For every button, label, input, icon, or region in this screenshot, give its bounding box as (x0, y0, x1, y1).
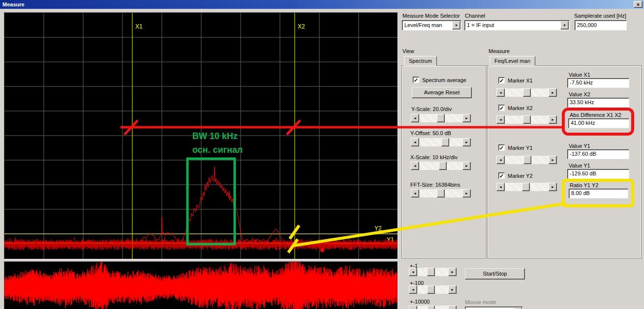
tab-freq-level-man[interactable]: Feq/Level man (490, 56, 535, 66)
step-10000-slider[interactable]: ◄► (409, 306, 457, 309)
spectrum-average-label: Spectrum average (422, 77, 466, 83)
scroll-track[interactable] (417, 285, 448, 294)
value-y2-field[interactable]: -129.60 dB (567, 169, 629, 179)
fft-size-label: FFT-Size: 16384bins (410, 182, 460, 188)
samplerate-field[interactable]: 250,000 (575, 20, 627, 30)
marker-y2-slider[interactable]: ◄► (496, 183, 557, 191)
x-scale-slider[interactable]: ◄► (411, 162, 471, 170)
scroll-track[interactable] (505, 88, 549, 97)
scroll-right-arrow[interactable]: ► (462, 162, 471, 170)
scroll-right-arrow[interactable]: ► (462, 138, 471, 146)
marker-x2-checkbox[interactable]: ✓ (498, 105, 505, 111)
value-x1-label: Value X1 (569, 72, 590, 78)
tab-spectrum[interactable]: Spectrum (404, 56, 437, 66)
scroll-right-arrow[interactable]: ► (549, 156, 557, 164)
scroll-right-arrow[interactable]: ► (462, 114, 471, 122)
scroll-right-arrow[interactable]: ► (549, 115, 557, 124)
fft-size-slider[interactable]: ◄► (411, 189, 471, 197)
scroll-track[interactable] (417, 268, 448, 276)
scroll-track[interactable] (417, 306, 448, 309)
ratio-y1-y2-field[interactable]: 8.00 dB (569, 189, 628, 198)
marker-y1-checkbox[interactable]: ✓ (498, 144, 505, 151)
spectrum-display[interactable]: X1X2Y2Y1BW 10 kHzосн. сигнал (4, 12, 398, 259)
start-stop-button[interactable]: Start/Stop (465, 268, 525, 280)
scroll-thumb[interactable] (522, 183, 530, 191)
scroll-thumb[interactable] (427, 285, 435, 294)
scroll-track[interactable] (505, 156, 549, 164)
scroll-left-arrow[interactable]: ◄ (496, 183, 505, 191)
step-1-slider[interactable]: ◄► (409, 268, 457, 276)
scroll-track[interactable] (419, 114, 462, 122)
value-x2-field[interactable]: 33.50 kHz (567, 98, 629, 108)
samplerate-label: Samplerate used [Hz] (574, 13, 626, 19)
y-scale-slider[interactable]: ◄► (411, 114, 471, 122)
marker-x2-label: Marker X2 (508, 105, 533, 111)
marker-x1-label: Marker X1 (508, 78, 533, 84)
ratio-y1-y2-label: Ratio Y1 Y2 (570, 182, 598, 188)
scroll-right-arrow[interactable]: ► (462, 189, 471, 197)
scroll-left-arrow[interactable]: ◄ (411, 189, 419, 197)
step-100-slider[interactable]: ◄► (409, 285, 457, 294)
scroll-thumb[interactable] (427, 268, 435, 276)
mouse-mode-select[interactable]: ▼ (465, 307, 523, 309)
measure-mode-select[interactable]: Level/Freq man ▼ (402, 20, 461, 30)
marker-x2-slider[interactable]: ◄► (496, 115, 557, 124)
scroll-thumb[interactable] (427, 306, 435, 309)
abs-difference-label: Abs Difference X1 X2 (570, 112, 621, 118)
scroll-track[interactable] (505, 115, 549, 124)
scroll-thumb[interactable] (523, 156, 531, 164)
measure-panel-label: Measure (489, 48, 510, 54)
scroll-left-arrow[interactable]: ◄ (411, 114, 419, 122)
scroll-left-arrow[interactable]: ◄ (496, 115, 505, 124)
scroll-thumb[interactable] (523, 88, 531, 97)
scroll-left-arrow[interactable]: ◄ (496, 88, 505, 97)
scroll-right-arrow[interactable]: ► (448, 268, 457, 276)
scroll-right-arrow[interactable]: ► (448, 285, 457, 294)
scroll-track[interactable] (419, 138, 462, 146)
marker-y2-label: Marker Y2 (508, 173, 533, 179)
scroll-track[interactable] (419, 189, 462, 197)
scroll-right-arrow[interactable]: ► (549, 88, 557, 97)
value-x1-field[interactable]: -7.50 kHz (567, 78, 629, 88)
scroll-left-arrow[interactable]: ◄ (409, 306, 417, 309)
dropdown-arrow-icon[interactable]: ▼ (560, 21, 569, 29)
y-offset-label: Y-Offset: 50.0 dB (410, 130, 451, 136)
value-y1-label: Value Y1 (569, 143, 590, 149)
scroll-track[interactable] (419, 162, 462, 170)
waveform-display[interactable] (4, 261, 398, 309)
marker-y1-label: Marker Y1 (508, 145, 533, 151)
marker-x1-checkbox[interactable]: ✓ (498, 77, 505, 84)
abs-difference-field[interactable]: 41.00 kHz (568, 118, 629, 128)
scroll-track[interactable] (505, 183, 549, 191)
scroll-thumb[interactable] (437, 189, 445, 197)
step-10000-label: +-10000 (410, 299, 430, 305)
scroll-thumb[interactable] (437, 114, 445, 122)
y-offset-slider[interactable]: ◄► (411, 138, 471, 146)
x1-marker-label: X1 (135, 23, 143, 30)
title-bar[interactable]: Measure × (0, 0, 644, 9)
dropdown-arrow-icon[interactable]: ▼ (452, 21, 460, 29)
marker-y2-checkbox[interactable]: ✓ (498, 172, 505, 179)
channel-select[interactable]: 1 = IF input ▼ (464, 20, 570, 30)
scroll-right-arrow[interactable]: ► (448, 306, 457, 309)
bandwidth-box (187, 159, 235, 244)
spectrum-average-checkbox[interactable]: ✓ (413, 77, 419, 83)
scroll-left-arrow[interactable]: ◄ (411, 162, 419, 170)
waveform-trace (4, 262, 397, 309)
value-y2-label: Value Y1 (569, 163, 590, 169)
scroll-thumb[interactable] (439, 162, 447, 170)
scroll-left-arrow[interactable]: ◄ (409, 268, 417, 276)
marker-x1-slider[interactable]: ◄► (496, 88, 557, 97)
value-y1-field[interactable]: -137.60 dB (567, 149, 629, 159)
scroll-thumb[interactable] (523, 115, 531, 124)
x-scale-label: X-Scale: 10 kHz/div (410, 154, 458, 160)
marker-y1-slider[interactable]: ◄► (496, 156, 557, 164)
scroll-left-arrow[interactable]: ◄ (409, 285, 417, 294)
average-reset-button[interactable]: Average Reset (412, 87, 472, 98)
scroll-right-arrow[interactable]: ► (549, 183, 557, 191)
scroll-left-arrow[interactable]: ◄ (496, 156, 505, 164)
scroll-thumb[interactable] (441, 138, 449, 146)
x2-marker-label: X2 (298, 23, 305, 30)
close-button[interactable]: × (634, 1, 643, 8)
scroll-left-arrow[interactable]: ◄ (411, 138, 419, 146)
